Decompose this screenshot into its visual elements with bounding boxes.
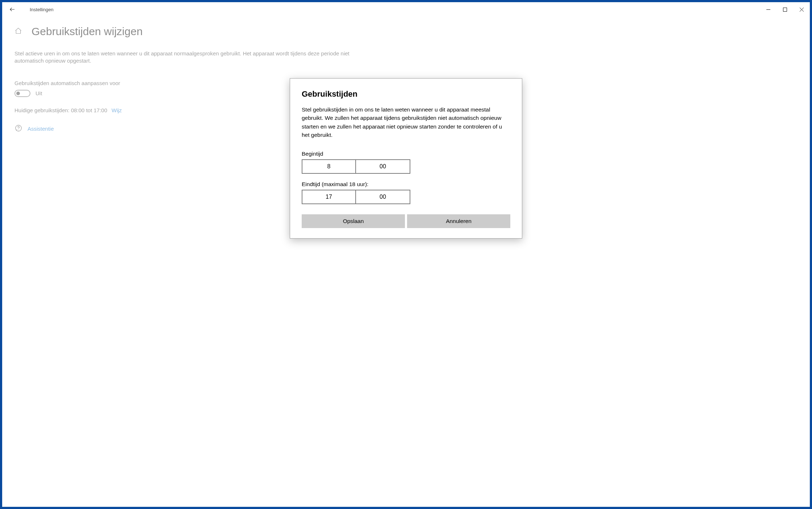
maximize-button[interactable] (777, 2, 793, 17)
maximize-icon (783, 8, 787, 12)
app-name: Instellingen (30, 7, 54, 12)
toggle-knob (16, 92, 20, 95)
cancel-button[interactable]: Annuleren (407, 214, 510, 228)
titlebar: Instellingen (2, 2, 810, 17)
page-title: Gebruikstijden wijzigen (32, 25, 143, 38)
close-button[interactable] (793, 2, 810, 17)
end-hour-picker[interactable]: 17 (302, 190, 356, 204)
svg-rect-0 (783, 8, 787, 11)
window-controls (760, 2, 810, 17)
page-header: Gebruikstijden wijzigen (14, 25, 798, 38)
close-icon (800, 8, 804, 12)
back-button[interactable] (7, 4, 18, 15)
minimize-button[interactable] (760, 2, 777, 17)
end-time-label: Eindtijd (maximaal 18 uur): (302, 181, 510, 188)
minimize-icon (766, 8, 770, 12)
end-time-fields: 17 00 (302, 190, 510, 204)
svg-point-2 (18, 129, 18, 130)
start-time-fields: 8 00 (302, 159, 510, 174)
change-link[interactable]: Wijz (112, 107, 122, 113)
end-minute-picker[interactable]: 00 (356, 190, 410, 204)
start-minute-picker[interactable]: 00 (356, 159, 410, 174)
start-hour-picker[interactable]: 8 (302, 159, 356, 174)
active-hours-dialog: Gebruikstijden Stel gebruikstijden in om… (290, 78, 522, 239)
save-button[interactable]: Opslaan (302, 214, 405, 228)
end-time-group: Eindtijd (maximaal 18 uur): 17 00 (302, 181, 510, 204)
assistance-link[interactable]: Assistentie (28, 126, 54, 132)
toggle-state-label: Uit (35, 90, 42, 96)
auto-adjust-toggle[interactable] (14, 90, 30, 97)
settings-window: Instellingen Gebruikstijden wijzigen Ste… (2, 2, 810, 507)
titlebar-left: Instellingen (7, 4, 54, 15)
dialog-description: Stel gebruikstijden in om ons te laten w… (302, 105, 510, 139)
help-icon (14, 124, 22, 133)
start-time-label: Begintijd (302, 151, 510, 157)
dialog-title: Gebruikstijden (302, 89, 510, 99)
start-time-group: Begintijd 8 00 (302, 151, 510, 174)
current-hours-text: Huidige gebruikstijden: 08:00 tot 17:00 (14, 107, 107, 113)
page-description: Stel actieve uren in om ons te laten wet… (14, 50, 377, 65)
home-icon[interactable] (14, 27, 22, 36)
dialog-buttons: Opslaan Annuleren (302, 214, 510, 228)
arrow-left-icon (9, 6, 16, 13)
